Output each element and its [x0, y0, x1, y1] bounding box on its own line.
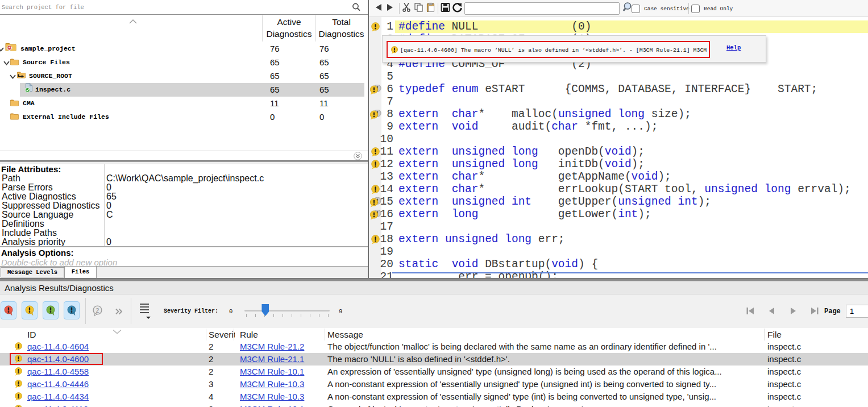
rule-link[interactable]: M3CM Rule-10.1 — [240, 403, 304, 407]
code-line[interactable]: 10 — [369, 133, 868, 146]
code-line[interactable]: 1#define NULL (0) — [369, 20, 868, 33]
code-line[interactable]: 5 — [369, 70, 868, 83]
view-options-icon[interactable] — [139, 303, 152, 321]
navigate-back-icon[interactable] — [374, 3, 383, 14]
attribute-row[interactable]: Analysis priority 0 — [0, 238, 368, 247]
code-line[interactable]: 15extern unsigned int getUpper(unsigned … — [369, 196, 868, 208]
column-header-active-diagnostics[interactable]: Active Diagnostics — [263, 16, 315, 41]
severity-slider-handle[interactable] — [261, 304, 269, 316]
code-line[interactable]: 18extern unsigned long err; — [369, 233, 868, 246]
navigate-forward-icon[interactable] — [385, 3, 394, 14]
sort-ascending-icon[interactable] — [128, 16, 138, 26]
tree-row[interactable]: inspect.c6565 — [0, 83, 368, 97]
results-toolbar: 2 Severity Filter: 0 9 Page — [0, 294, 868, 328]
tree-item-label[interactable]: sample_project — [20, 42, 76, 56]
attribute-row[interactable]: Source Language C — [0, 210, 368, 219]
diagnostic-id-link[interactable]: qac-11.4.0-4558 — [27, 366, 89, 378]
suppressed-count-icon[interactable]: 2 — [92, 305, 103, 319]
code-line[interactable]: 16extern long getLower(int); — [369, 208, 868, 221]
result-row[interactable]: qac-11.4.0-46002M3CM Rule-21.1The macro … — [0, 353, 868, 366]
result-row[interactable]: qac-11.4.0-44344M3CM Rule-10.3A non-cons… — [0, 391, 868, 403]
cut-icon[interactable] — [402, 2, 412, 14]
code-line[interactable]: 11extern unsigned long openDb(void); — [369, 146, 868, 158]
code-line[interactable]: 8extern char* malloc(unsigned long size)… — [369, 108, 868, 121]
tab-message-levels[interactable]: Message Levels — [1, 267, 64, 277]
code-line[interactable]: 7 — [369, 95, 868, 108]
column-header-severity[interactable]: Severity — [209, 329, 235, 340]
rule-link[interactable]: M3CM Rule-21.2 — [240, 340, 304, 353]
reload-icon[interactable] — [452, 2, 463, 15]
attribute-row[interactable]: Definitions — [0, 219, 368, 229]
code-line[interactable]: 20static void DBstartup(void) { — [369, 258, 868, 271]
code-line[interactable]: 13extern char* getAppName(void); — [369, 171, 868, 183]
filter-info-button[interactable] — [43, 301, 59, 319]
more-filters-icon[interactable] — [115, 307, 123, 317]
code-line[interactable]: 6typedef enum eSTART {COMMS, DATABASE, I… — [369, 83, 868, 95]
tree-expander-icon[interactable] — [10, 69, 16, 83]
severity-slider-track[interactable] — [244, 310, 330, 312]
result-row[interactable]: qac-11.4.0-41163M3CM Rule-10.1Operand of… — [0, 403, 868, 407]
code-line[interactable]: 9extern void audit(char *fmt, ...); — [369, 121, 868, 133]
code-editor[interactable]: 1#define NULL (0)2#define DATABASE_OF (1… — [369, 17, 868, 279]
attribute-row[interactable]: Path C:\Work\QAC\sample_project\inspect.… — [0, 174, 368, 183]
page-label: Page — [824, 294, 841, 328]
attribute-row[interactable]: Parse Errors 0 — [0, 183, 368, 192]
tree-item-label[interactable]: CMA — [23, 97, 35, 110]
filter-error-button[interactable] — [1, 301, 16, 319]
tree-item-label[interactable]: External Include Files — [23, 110, 109, 124]
column-header-rule[interactable]: Rule — [240, 329, 319, 340]
save-icon[interactable] — [441, 2, 450, 14]
tree-expander-icon[interactable] — [3, 56, 10, 69]
rule-link[interactable]: M3CM Rule-10.3 — [240, 391, 304, 403]
case-sensitive-checkbox[interactable] — [632, 5, 640, 13]
tree-row[interactable]: Source Files6565 — [0, 56, 368, 69]
attribute-row[interactable]: Include Paths — [0, 229, 368, 238]
diagnostic-help-link[interactable]: Help — [726, 44, 741, 51]
project-search-bar — [0, 0, 368, 15]
tree-item-label[interactable]: SOURCE_ROOT — [29, 69, 72, 83]
previous-page-icon[interactable] — [767, 307, 776, 317]
column-header-message[interactable]: Message — [327, 329, 725, 340]
column-header-id[interactable]: ID — [27, 329, 198, 340]
tree-item-label[interactable]: Source Files — [23, 56, 70, 69]
code-line[interactable]: 12extern unsigned long initDb(void); — [369, 158, 868, 171]
first-page-icon[interactable] — [746, 307, 755, 317]
message-text: A non-constant expression of 'essentiall… — [327, 391, 759, 403]
project-search-input[interactable] — [0, 0, 350, 14]
column-header-file[interactable]: File — [767, 329, 864, 340]
diagnostic-id-link[interactable]: qac-11.4.0-4116 — [27, 403, 88, 407]
column-header-total-diagnostics[interactable]: Total Diagnostics — [316, 16, 367, 41]
result-row[interactable]: qac-11.4.0-46042M3CM Rule-21.2The object… — [0, 340, 868, 353]
last-page-icon[interactable] — [810, 307, 819, 317]
code-line[interactable]: 17 — [369, 221, 868, 233]
tab-files[interactable]: Files — [64, 267, 97, 279]
tree-row[interactable]: External Include Files00 — [0, 110, 368, 124]
copy-icon[interactable] — [414, 2, 423, 14]
code-line[interactable]: 19 — [369, 246, 868, 258]
attribute-row[interactable]: Active Diagnostics 65 — [0, 192, 368, 201]
line-number: 18 — [377, 233, 393, 246]
attribute-row[interactable]: Suppressed Diagnostics 0 — [0, 201, 368, 210]
page-number-input[interactable] — [846, 305, 868, 318]
tree-expander-icon[interactable] — [0, 42, 4, 56]
diagnostic-id-link[interactable]: qac-11.4.0-4434 — [27, 391, 89, 403]
rule-link[interactable]: M3CM Rule-21.1 — [240, 353, 304, 366]
rule-link[interactable]: M3CM Rule-10.1 — [240, 366, 304, 378]
diagnostic-id-link[interactable]: qac-11.4.0-4604 — [27, 340, 89, 353]
rule-link[interactable]: M3CM Rule-10.3 — [240, 378, 304, 391]
filter-warning-button[interactable] — [22, 301, 38, 319]
tree-item-label[interactable]: inspect.c — [35, 83, 70, 97]
read-only-checkbox[interactable] — [691, 5, 700, 13]
paste-icon[interactable] — [426, 2, 435, 14]
diagnostic-id-link[interactable]: qac-11.4.0-4446 — [27, 378, 89, 391]
next-page-icon[interactable] — [789, 307, 798, 317]
filter-note-button[interactable] — [64, 301, 80, 319]
tree-row[interactable]: SOURCE_ROOT6565 — [0, 69, 368, 83]
message-text: The object/function 'malloc' is being de… — [327, 340, 759, 353]
tree-row[interactable]: sample_project7676 — [0, 42, 368, 56]
result-row[interactable]: qac-11.4.0-44463M3CM Rule-10.3A non-cons… — [0, 378, 868, 391]
code-line[interactable]: 14extern char* errLookup(START tool, uns… — [369, 183, 868, 196]
editor-search-input[interactable] — [464, 2, 620, 15]
result-row[interactable]: qac-11.4.0-45582M3CM Rule-10.1An express… — [0, 366, 868, 378]
tree-row[interactable]: CMA1111 — [0, 97, 368, 110]
